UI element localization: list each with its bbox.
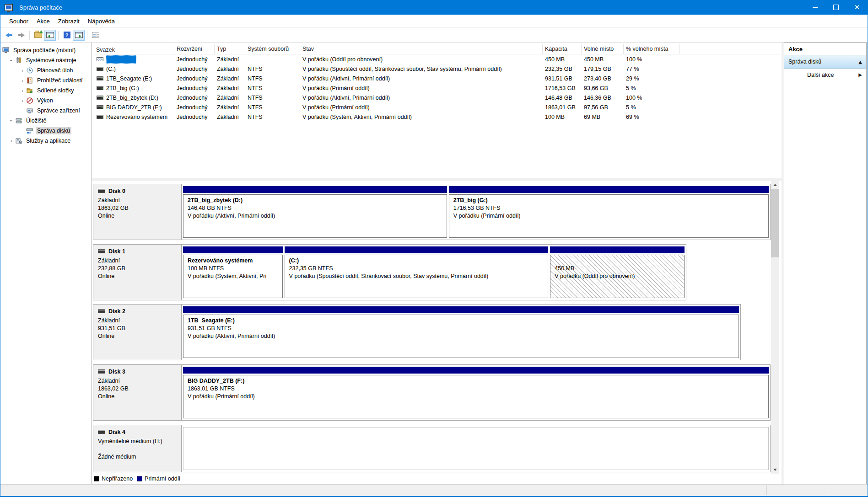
show-console-tree-button[interactable]	[44, 30, 56, 41]
column-header-svazek[interactable]: Svazek	[94, 44, 174, 54]
volume-row-big-daddy[interactable]: BIG DADDY_2TB (F:) Jednoduchý Základní N…	[94, 102, 780, 112]
services-icon	[15, 137, 22, 144]
volume-list: Svazek Rozvržení Typ Systém souborů Stav…	[94, 44, 780, 122]
export-list-button[interactable]	[32, 30, 44, 41]
legend-unallocated-swatch	[94, 476, 99, 481]
column-header-stav[interactable]: Stav	[300, 44, 543, 54]
disk-row-4: Disk 4 Vyměnitelné médium (H:) Žádné méd…	[93, 425, 771, 472]
tree-item-event-viewer[interactable]: › Prohlížeč událostí	[0, 75, 92, 86]
tree-item-device-manager[interactable]: Správce zařízení	[0, 106, 92, 116]
menu-soubor[interactable]: Soubor	[5, 16, 32, 27]
chevron-collapsed-icon[interactable]: ›	[8, 138, 15, 144]
volume-row-system-reserved[interactable]: Rezervováno systémem Jednoduchý Základní…	[94, 112, 780, 122]
partition-color-band	[183, 246, 283, 253]
partition-g[interactable]: 2TB_big (G:) 1716,53 GB NTFS V pořádku (…	[449, 186, 769, 238]
checklist-icon	[92, 32, 99, 38]
menu-zobrazit[interactable]: Zobrazit	[54, 16, 84, 27]
column-header-rozvrzeni[interactable]: Rozvržení	[174, 44, 215, 54]
disk-icon	[98, 249, 105, 253]
toolbar-separator	[87, 31, 87, 40]
collapse-arrow-icon[interactable]: ▲	[858, 59, 862, 64]
column-header-pct-volneho-mista[interactable]: % volného místa	[624, 44, 680, 54]
disk-row-2: Disk 2 Základní 931,51 GB Online 1TB_Sea…	[93, 304, 741, 360]
maximize-button[interactable]	[825, 0, 846, 15]
actions-item-more-actions[interactable]: Další akce ▶	[784, 69, 866, 81]
partition-recovery-selected[interactable]: 450 MB V pořádku (Oddíl pro obnovení)	[550, 246, 685, 298]
disk-icon	[98, 309, 105, 313]
disk-row-3: Disk 3 Základní 1863,02 GB Online BIG DA…	[93, 364, 771, 421]
menu-napoveda[interactable]: Nápověda	[84, 16, 119, 27]
volume-row-c[interactable]: (C:) Jednoduchý Základní NTFS V pořádku …	[94, 64, 780, 74]
scroll-down-arrow-icon[interactable]	[771, 466, 779, 474]
disk4-card[interactable]: Disk 4 Vyměnitelné médium (H:) Žádné méd…	[93, 425, 182, 472]
column-header-volne-misto[interactable]: Volné místo	[582, 44, 624, 54]
disk2-card[interactable]: Disk 2 Základní 931,51 GB Online	[93, 305, 182, 360]
legend: Nepřiřazeno Primární oddíl	[94, 475, 189, 483]
tree-item-system-tools[interactable]: › Systémové nástroje	[0, 55, 92, 65]
partition-color-band	[550, 246, 685, 253]
partition-d[interactable]: 2TB_big_zbytek (D:) 146,48 GB NTFS V poř…	[183, 186, 447, 238]
chevron-expanded-icon[interactable]: ›	[9, 57, 14, 64]
tree-item-task-scheduler[interactable]: › Plánovač úloh	[0, 65, 92, 75]
storage-icon	[15, 117, 22, 124]
show-action-pane-button[interactable]	[73, 30, 85, 41]
partition-color-band	[449, 186, 769, 193]
partition-c[interactable]: (C:) 232,35 GB NTFS V pořádku (Spouštěcí…	[285, 246, 549, 298]
tree-item-computer-management[interactable]: Správa počítače (místní)	[0, 45, 92, 55]
help-button[interactable]: ?	[61, 30, 73, 41]
scrollbar-thumb[interactable]	[771, 189, 779, 257]
close-button[interactable]: ✕	[846, 0, 868, 15]
menubar: Soubor Akce Zobrazit Nápověda	[0, 15, 868, 28]
disk-row-1: Disk 1 Základní 232,88 GB Online Rezervo…	[93, 244, 686, 300]
chevron-expanded-icon[interactable]: ›	[9, 117, 14, 124]
disk-row-0: Disk 0 Základní 1863,02 GB Online 2TB_bi…	[93, 184, 771, 240]
column-header-typ[interactable]: Typ	[215, 44, 245, 54]
volume-row-2tb-big-zbytek[interactable]: 2TB_big_zbytek (D:) Jednoduchý Základní …	[94, 93, 780, 102]
back-button[interactable]	[3, 30, 15, 41]
volume-icon	[97, 105, 103, 109]
chevron-collapsed-icon[interactable]: ›	[19, 78, 26, 83]
chevron-collapsed-icon[interactable]: ›	[19, 68, 26, 73]
tree-item-storage[interactable]: › Úložiště	[0, 116, 92, 126]
standard-tab-button[interactable]	[90, 30, 102, 41]
menu-akce[interactable]: Akce	[32, 16, 54, 27]
legend-primary-swatch	[137, 476, 142, 481]
partition-e[interactable]: 1TB_Seagate (E:) 931,51 GB NTFS V pořádk…	[183, 306, 739, 358]
partition-color-band	[183, 186, 447, 193]
volume-icon	[97, 115, 103, 119]
chevron-collapsed-icon[interactable]: ›	[19, 98, 26, 103]
volume-row-recovery[interactable]: Jednoduchý Základní V pořádku (Oddíl pro…	[94, 54, 780, 64]
scroll-up-arrow-icon[interactable]	[771, 181, 779, 189]
volume-icon	[97, 96, 103, 100]
pane-splitter[interactable]	[92, 178, 782, 181]
tree-item-services-applications[interactable]: › Služby a aplikace	[0, 136, 92, 146]
minimize-button[interactable]	[804, 0, 825, 15]
forward-button[interactable]	[15, 30, 27, 41]
column-header-system-souboru[interactable]: Systém souborů	[245, 44, 300, 54]
disk4-empty-media-region[interactable]	[183, 427, 769, 470]
performance-icon	[26, 97, 33, 104]
volume-icon	[97, 86, 103, 90]
disk-management-pane: Svazek Rozvržení Typ Systém souborů Stav…	[92, 43, 782, 484]
disk1-card[interactable]: Disk 1 Základní 232,88 GB Online	[93, 245, 182, 300]
disk0-card[interactable]: Disk 0 Základní 1863,02 GB Online	[93, 184, 182, 240]
volume-row-1tb-seagate[interactable]: 1TB_Seagate (E:) Jednoduchý Základní NTF…	[94, 74, 780, 83]
volume-icon	[97, 67, 103, 71]
disk-view-scrollbar[interactable]	[771, 181, 779, 474]
tree-item-disk-management[interactable]: Správa disků	[0, 126, 92, 136]
console-tree-pane: Správa počítače (místní) › Systémové nás…	[0, 43, 92, 484]
actions-group-disk-management[interactable]: Správa disků ▲	[784, 55, 866, 69]
task-scheduler-icon	[26, 67, 33, 74]
shared-folders-icon	[26, 87, 33, 94]
partition-system-reserved[interactable]: Rezervováno systémem 100 MB NTFS V pořád…	[183, 246, 283, 298]
partition-f[interactable]: BIG DADDY_2TB (F:) 1863,01 GB NTFS V poř…	[183, 367, 769, 418]
titlebar: Správa počítače ✕	[0, 0, 868, 15]
volume-row-2tb-big[interactable]: 2TB_big (G:) Jednoduchý Základní NTFS V …	[94, 83, 780, 93]
column-header-kapacita[interactable]: Kapacita	[543, 44, 582, 54]
chevron-collapsed-icon[interactable]: ›	[19, 88, 26, 93]
forward-arrow-icon	[17, 33, 25, 37]
actions-pane: Akce Správa disků ▲ Další akce ▶	[784, 43, 867, 484]
disk3-card[interactable]: Disk 3 Základní 1863,02 GB Online	[93, 365, 182, 420]
tree-item-shared-folders[interactable]: › Sdílené složky	[0, 86, 92, 96]
tree-item-performance[interactable]: › Výkon	[0, 96, 92, 106]
